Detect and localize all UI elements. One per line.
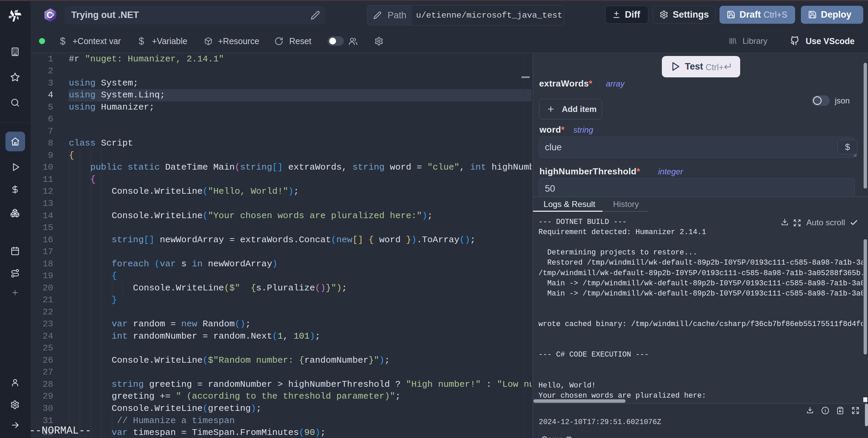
- svg-text:#: #: [52, 12, 55, 17]
